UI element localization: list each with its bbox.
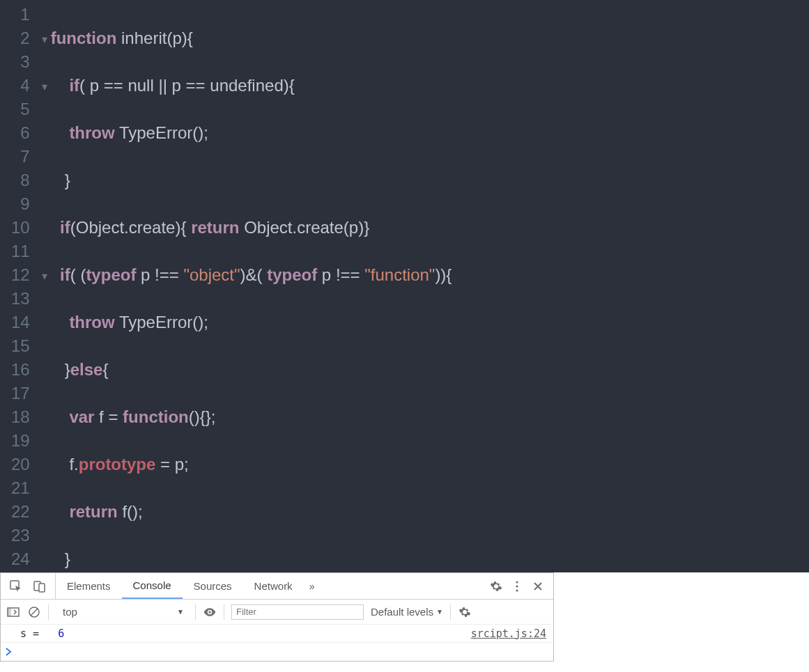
code-text: )&( (240, 265, 268, 284)
keyword: typeof (86, 265, 136, 284)
devtools-tabs-bar: Elements Console Sources Network » (1, 573, 553, 600)
log-source-link[interactable]: srcipt.js:24 (471, 627, 546, 640)
line-number-gutter: 123456789101112131415161718192021222324 (0, 0, 37, 572)
code-text: (p){ (167, 29, 192, 47)
code-text: f. (69, 455, 78, 474)
context-label: top (63, 606, 77, 618)
keyword: if (60, 218, 70, 237)
keyword: function (51, 29, 117, 47)
code-text: f(); (118, 502, 143, 521)
code-text: ( ( (70, 265, 86, 284)
indent (51, 360, 65, 379)
filter-input[interactable] (231, 604, 364, 620)
svg-point-4 (516, 585, 518, 587)
code-text: } (65, 171, 70, 189)
inspect-element-icon[interactable] (9, 579, 23, 593)
indent (51, 549, 65, 568)
dropdown-triangle-icon: ▼ (436, 608, 443, 616)
fold-icon[interactable]: ▾ (40, 75, 49, 99)
keyword: throw (69, 123, 114, 142)
levels-label: Default levels (371, 606, 433, 618)
code-text: f = (94, 407, 123, 426)
keyword: if (69, 76, 79, 95)
code-text: } (65, 549, 70, 568)
tab-elements[interactable]: Elements (56, 573, 122, 599)
indent (51, 76, 70, 95)
indent (51, 123, 70, 142)
svg-rect-7 (8, 608, 11, 616)
more-tabs-icon[interactable]: » (304, 581, 321, 592)
toggle-sidebar-icon[interactable] (6, 605, 20, 619)
code-text: (){}; (189, 407, 216, 426)
indent (51, 502, 70, 521)
device-toolbar-icon[interactable] (33, 579, 47, 593)
context-selector[interactable]: top ▼ (56, 606, 188, 618)
clear-console-icon[interactable] (27, 605, 41, 619)
indent (51, 265, 60, 284)
code-text: { (102, 360, 108, 379)
log-message-value: 6 (58, 627, 64, 640)
kebab-menu-icon[interactable] (510, 579, 524, 593)
svg-point-5 (516, 589, 518, 591)
code-text: = p; (155, 455, 188, 474)
code-text: TypeError(); (115, 313, 208, 331)
fold-icon[interactable]: ▾ (40, 265, 49, 288)
prompt-chevron-icon (5, 648, 12, 656)
indent (51, 407, 70, 426)
indent (51, 218, 60, 237)
keyword: else (70, 360, 103, 379)
indent (51, 455, 70, 474)
dropdown-triangle-icon: ▼ (177, 608, 184, 616)
string: "object" (183, 265, 240, 284)
svg-rect-2 (39, 584, 45, 592)
code-editor[interactable]: 123456789101112131415161718192021222324 … (0, 0, 809, 572)
keyword: typeof (267, 265, 317, 284)
keyword: return (69, 502, 117, 521)
function-name: inherit (121, 29, 167, 47)
string: "function" (364, 265, 435, 284)
code-text: p !== (317, 265, 364, 284)
keyword: function (123, 407, 189, 426)
keyword: throw (69, 313, 114, 331)
indent (51, 171, 65, 189)
code-text: TypeError(); (115, 123, 208, 142)
code-text: Object.create(p)} (239, 218, 369, 237)
keyword: return (191, 218, 239, 237)
keyword: if (60, 265, 70, 284)
settings-gear-icon[interactable] (489, 579, 503, 593)
tab-sources[interactable]: Sources (183, 573, 243, 599)
code-text: p !== (136, 265, 183, 284)
devtools-panel: Elements Console Sources Network » top ▼ (0, 572, 554, 662)
tab-network[interactable]: Network (243, 573, 304, 599)
console-output: s = 6 srcipt.js:24 (1, 625, 553, 661)
console-prompt[interactable] (1, 643, 553, 661)
indent (51, 313, 70, 331)
property: prototype (79, 455, 156, 474)
console-settings-gear-icon[interactable] (458, 605, 472, 619)
fold-icon[interactable]: ▾ (40, 28, 49, 52)
console-log-row[interactable]: s = 6 srcipt.js:24 (1, 625, 553, 643)
code-text: (Object.create){ (70, 218, 191, 237)
code-text: )){ (435, 265, 452, 284)
close-icon[interactable] (531, 579, 545, 593)
tab-console[interactable]: Console (122, 573, 183, 599)
code-area[interactable]: ▾function inherit(p){ ▾ if( p == null ||… (37, 0, 583, 572)
svg-line-9 (31, 609, 38, 616)
live-expression-icon[interactable] (203, 605, 217, 619)
log-levels-selector[interactable]: Default levels ▼ (371, 606, 443, 618)
svg-point-3 (516, 581, 518, 583)
code-text: } (65, 360, 70, 379)
log-message-label: s = (20, 627, 45, 640)
console-toolbar: top ▼ Default levels ▼ (1, 600, 553, 625)
code-text: ( p == null || p == undefined){ (79, 76, 295, 95)
keyword: var (69, 407, 94, 426)
